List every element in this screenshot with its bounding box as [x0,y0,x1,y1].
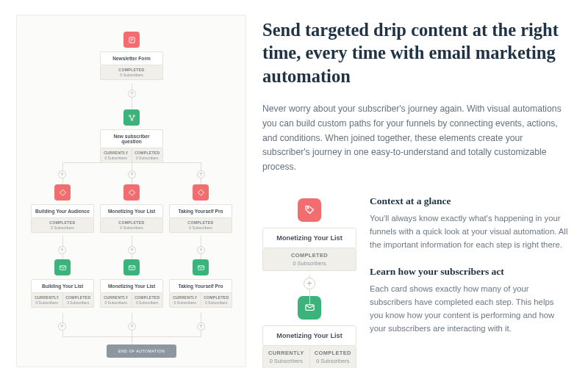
page-headline: Send targeted drip content at the right … [262,18,569,87]
add-step-button[interactable] [304,278,315,289]
svg-point-7 [307,207,309,209]
mail-icon [123,259,140,275]
node-title: Newsletter Form [100,51,163,65]
node-title: Taking Yourself Pro [169,279,232,293]
node-title: Monetizing Your List [262,325,356,346]
add-step-button[interactable] [128,90,136,98]
node-title: Monetizing Your List [262,228,356,248]
add-step-button[interactable] [128,170,136,178]
node-stats: CURRENTLY0 Subscribers COMPLETED0 Subscr… [100,293,163,308]
node-stats: COMPLETED0 Subscribers [31,218,94,233]
node-stats: COMPLETED0 Subscribers [169,218,232,233]
node-stats: CURRENTLY0 Subscribers COMPLETED0 Subscr… [169,293,232,308]
node-building-audience[interactable]: Building Your Audience COMPLETED0 Subscr… [31,184,94,233]
add-step-button[interactable] [58,322,66,331]
add-step-button[interactable] [197,170,205,178]
end-of-automation-pill: END OF AUTOMATION [107,344,176,358]
node-taking-pro[interactable]: Taking Yourself Pro CURRENTLY0 Subscribe… [169,259,232,308]
node-stats: COMPLETED0 Subscribers [100,218,163,233]
tag-icon [193,184,209,201]
node-stats: CURRENTLY0 Subscribers COMPLETED3 Subscr… [31,293,94,308]
node-monetizing-list[interactable]: Monetizing Your List CURRENTLY0 Subscrib… [100,259,163,308]
node-stats: COMPLETED 0 Subscribers [262,248,356,271]
node-monetizing-list[interactable]: Monetizing Your List COMPLETED0 Subscrib… [100,184,163,233]
node-newsletter-form[interactable]: Newsletter Form COMPLETED 0 Subscribers [100,32,163,80]
node-stats: CURRENTLY0 Subscribers COMPLETED0 Subscr… [262,346,356,368]
add-step-button[interactable] [128,322,136,331]
section-heading: Learn how your subscribers act [370,266,569,278]
node-title: Monetizing Your List [100,279,163,293]
tag-icon [298,198,321,222]
node-subscriber-question[interactable]: New subscriber question CURRENTLY0 Subsc… [100,109,163,163]
example-card-email[interactable]: Monetizing Your List CURRENTLY0 Subscrib… [262,296,356,368]
section-body: Each card shows exactly how many of your… [370,283,569,335]
node-title: Building Your Audience [31,204,94,218]
node-title: Taking Yourself Pro [169,204,232,218]
add-step-button[interactable] [197,322,205,331]
node-building-list[interactable]: Building Your List CURRENTLY0 Subscriber… [31,259,94,308]
section-body: You'll always know exactly what's happen… [370,212,569,252]
branch-icon [123,109,140,126]
mail-icon [193,259,209,275]
tag-icon [54,184,71,201]
node-stats: COMPLETED 0 Subscribers [100,65,163,80]
node-title: New subscriber question [100,129,163,148]
add-step-button[interactable] [58,246,66,254]
add-step-button[interactable] [197,246,205,254]
intro-paragraph: Never worry about your subscriber's jour… [262,102,569,175]
node-title: Monetizing Your List [100,204,163,218]
automation-canvas: Newsletter Form COMPLETED 0 Subscribers … [16,15,246,367]
example-card-tag[interactable]: Monetizing Your List COMPLETED 0 Subscri… [262,198,356,271]
example-cards: Monetizing Your List COMPLETED 0 Subscri… [262,195,356,368]
section-heading: Context at a glance [370,195,569,207]
add-step-button[interactable] [128,246,136,254]
tag-icon [123,184,140,201]
add-step-button[interactable] [58,170,66,178]
node-stats: CURRENTLY0 Subscribers COMPLETED0 Subscr… [100,148,163,163]
node-title: Building Your List [31,279,94,293]
form-icon [123,32,140,48]
mail-icon [54,259,71,275]
node-taking-pro[interactable]: Taking Yourself Pro COMPLETED0 Subscribe… [169,184,232,233]
automation-diagram: Newsletter Form COMPLETED 0 Subscribers … [0,0,254,368]
marketing-copy: Send targeted drip content at the right … [254,0,588,368]
